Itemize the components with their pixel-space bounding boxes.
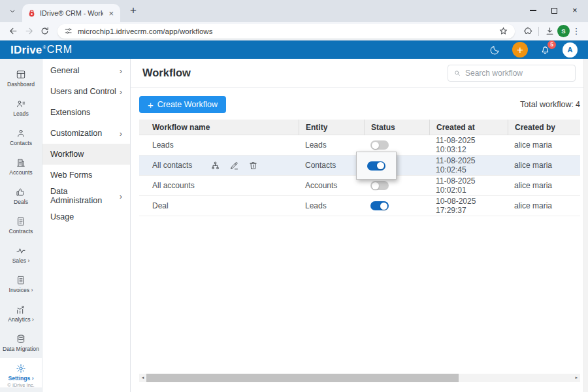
workflow-search[interactable] — [448, 65, 576, 82]
table-row[interactable]: All contacts Contacts — [139, 155, 580, 176]
maximize-icon — [551, 8, 557, 14]
create-workflow-button[interactable]: + Create Workflow — [139, 96, 226, 113]
sidebar-item-contracts[interactable]: Contracts — [0, 211, 42, 240]
column-header: Created by — [508, 120, 580, 135]
table-row[interactable]: Deal Leads 10-08-2025 17:29:37 alice mar… — [139, 196, 580, 216]
status-toggle[interactable] — [370, 201, 389, 210]
browser-profile-avatar[interactable]: S — [557, 25, 570, 37]
tab-strip: IDrive® CRM - Workflow × + × — [0, 0, 588, 22]
edit-pencil-icon[interactable] — [229, 161, 239, 171]
created-by: alice maria — [514, 181, 552, 190]
workflow-name: All accounts — [152, 181, 195, 190]
scroll-left-arrow-icon[interactable]: ◄ — [139, 374, 146, 382]
browser-window: IDrive® CRM - Workflow × + × microchip1.… — [0, 0, 588, 392]
settings-menu-data-administration[interactable]: Data Administration › — [42, 186, 130, 206]
toggle-highlight-box — [356, 152, 397, 180]
app-body: Dashboard Leads Contacts Accounts Deals … — [0, 59, 588, 392]
contracts-icon — [16, 216, 26, 227]
forward-button[interactable] — [21, 24, 37, 39]
tab-title: IDrive® CRM - Workflow — [40, 9, 103, 17]
sidebar-item-accounts[interactable]: Accounts — [0, 152, 42, 182]
menu-label: Extensions — [50, 108, 90, 117]
downloads-button[interactable] — [542, 24, 557, 39]
total-workflow-count: Total workflow: 4 — [520, 100, 580, 109]
column-header: Entity — [299, 120, 364, 135]
status-toggle[interactable] — [370, 181, 389, 190]
accounts-icon — [16, 157, 26, 168]
status-toggle[interactable] — [367, 161, 385, 171]
scroll-right-arrow-icon[interactable]: ► — [573, 374, 580, 382]
dark-mode-moon-icon[interactable] — [489, 44, 500, 56]
sidebar-item-label: Dashboard — [7, 82, 35, 88]
horizontal-scrollbar-thumb[interactable] — [146, 374, 459, 382]
sidebar-item-deals[interactable]: Deals — [0, 182, 42, 211]
new-tab-button[interactable]: + — [125, 3, 141, 18]
vertical-scrollbar[interactable] — [583, 59, 588, 392]
settings-menu-extensions[interactable]: Extensions — [42, 102, 130, 123]
user-avatar[interactable]: A — [563, 42, 578, 57]
menu-label: Data Administration — [50, 187, 120, 205]
sidebar-item-dashboard[interactable]: Dashboard — [0, 64, 42, 93]
total-label: Total workflow: — [520, 100, 574, 109]
sidebar-item-contacts[interactable]: Contacts — [0, 123, 42, 152]
minimize-button[interactable] — [523, 1, 544, 20]
hierarchy-icon[interactable] — [210, 161, 220, 171]
tab-search-chevron-icon[interactable] — [4, 3, 21, 20]
sidebar-item-data-migration[interactable]: Data Migration — [0, 329, 42, 358]
reload-button[interactable] — [37, 24, 52, 39]
url-text[interactable]: microchip1.idrivecrm.com/app/workflows — [78, 27, 493, 35]
settings-menu-users-and-control[interactable]: Users and Control › — [42, 81, 130, 102]
site-settings-tune-icon[interactable] — [64, 27, 73, 35]
sidebar-item-analytics[interactable]: Analytics › — [0, 299, 42, 329]
window-close-button[interactable]: × — [564, 1, 585, 20]
sidebar-item-invoices[interactable]: Invoices › — [0, 270, 42, 299]
menu-label: General — [50, 66, 79, 75]
bookmark-star-icon[interactable] — [498, 26, 508, 36]
logo-registered-mark: ® — [42, 45, 46, 50]
settings-menu-usage[interactable]: Usage — [42, 206, 130, 227]
workflow-name: Leads — [152, 140, 174, 150]
browser-tab[interactable]: IDrive® CRM - Workflow × — [22, 4, 120, 22]
workflow-name: Deal — [152, 201, 169, 210]
settings-menu-web-forms[interactable]: Web Forms — [42, 165, 130, 186]
sidebar-item-label: Data Migration — [3, 346, 39, 352]
settings-gear-icon — [16, 363, 26, 374]
sidebar-item-sales[interactable]: Sales › — [0, 240, 42, 270]
logo-product: CRM — [47, 44, 73, 55]
status-toggle[interactable] — [370, 140, 389, 150]
toggle-knob — [372, 182, 379, 189]
window-controls: × — [523, 0, 585, 21]
browser-toolbar: microchip1.idrivecrm.com/app/workflows S… — [0, 22, 588, 41]
page-title: Workflow — [142, 67, 191, 79]
settings-menu-workflow[interactable]: Workflow — [42, 144, 130, 165]
column-header: Created at — [429, 120, 508, 135]
settings-menu-general[interactable]: General › — [42, 60, 130, 81]
address-bar[interactable]: microchip1.idrivecrm.com/app/workflows — [57, 24, 515, 39]
trash-delete-icon[interactable] — [248, 161, 258, 171]
page-body: + Create Workflow Total workflow: 4 Work… — [131, 88, 583, 392]
row-actions — [210, 161, 258, 171]
create-workflow-label: Create Workflow — [157, 100, 218, 109]
contacts-icon — [16, 128, 26, 139]
tab-close-icon[interactable]: × — [107, 9, 115, 18]
sidebar-item-leads[interactable]: Leads — [0, 93, 42, 123]
table-toolbar: + Create Workflow Total workflow: 4 — [139, 95, 580, 114]
entity: Leads — [305, 201, 327, 210]
created-at: 11-08-2025 10:02:01 — [436, 176, 508, 195]
search-input[interactable] — [465, 69, 570, 78]
menu-label: Usage — [50, 212, 74, 221]
browser-menu-button[interactable]: ⋮ — [570, 26, 583, 36]
menu-label: Workflow — [50, 150, 84, 159]
chevron-right-icon: › — [120, 87, 122, 97]
workflow-name: All contacts — [152, 161, 192, 170]
quick-add-button[interactable]: + — [512, 42, 528, 57]
reload-icon — [40, 26, 50, 36]
back-button[interactable] — [5, 24, 21, 39]
horizontal-scrollbar[interactable]: ◄ ► — [139, 374, 580, 382]
settings-menu-customization[interactable]: Customization › — [42, 123, 130, 144]
extensions-button[interactable] — [520, 24, 536, 39]
notifications-button[interactable]: 5 — [540, 44, 551, 56]
maximize-button[interactable] — [544, 1, 564, 20]
sales-pulse-icon — [16, 246, 26, 256]
created-at: 11-08-2025 10:03:12 — [436, 136, 508, 154]
